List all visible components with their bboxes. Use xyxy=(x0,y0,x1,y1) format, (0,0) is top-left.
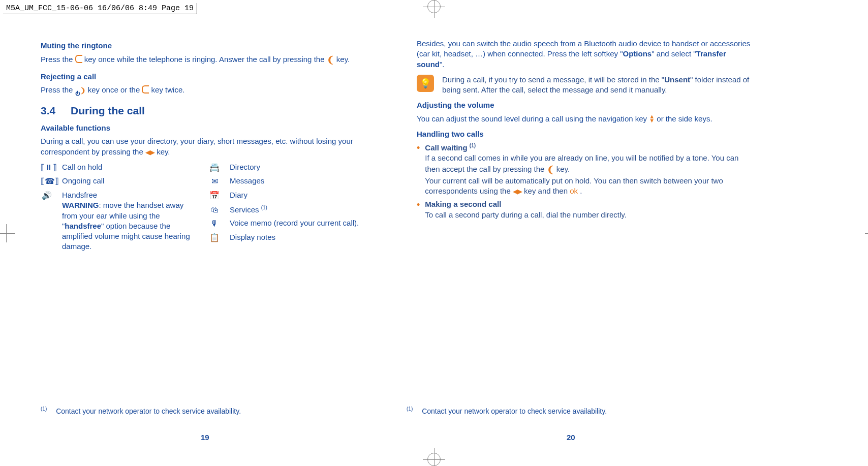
services-icon: 🛍 xyxy=(208,204,221,215)
list-item: 🔊 Handsfree WARNING: move the handset aw… xyxy=(41,190,193,252)
text: key. xyxy=(336,55,350,64)
list-item: ⟦⏸⟧ Call on hold xyxy=(41,162,193,173)
functions-grid: ⟦⏸⟧ Call on hold ⟦☎⟧ Ongoing call 🔊 Hand… xyxy=(41,162,376,252)
bullet-content: Making a second call To call a second pa… xyxy=(425,199,627,220)
left-right-key-icon: ◀▶ xyxy=(513,188,522,195)
directory-icon: 📇 xyxy=(208,162,221,173)
text: During a call, you can use your director… xyxy=(41,137,353,156)
text: key. xyxy=(157,147,170,156)
warning-label: WARNING xyxy=(62,201,99,209)
page-19: Muting the ringtone Press the key once w… xyxy=(41,36,376,252)
call-key-icon: ❨ xyxy=(327,54,334,66)
text: Call waiting xyxy=(425,143,470,152)
bullet-icon: • xyxy=(417,143,420,152)
footnote-right: (1) Contact your network operator to che… xyxy=(407,406,607,415)
section-number: 3.4 xyxy=(41,105,55,116)
label: Ongoing call xyxy=(62,176,104,186)
page-20: Besides, you can switch the audio speech… xyxy=(417,36,752,252)
heading-two-calls: Handling two calls xyxy=(417,129,752,139)
footnote-marker: (1) xyxy=(41,406,47,412)
label: Call on hold xyxy=(62,162,102,172)
list-item: ⟦☎⟧ Ongoing call xyxy=(41,176,193,187)
heading-volume: Adjusting the volume xyxy=(417,100,752,110)
footnote-ref: (1) xyxy=(470,143,476,148)
list-item: ✉ Messages xyxy=(208,176,359,187)
heading-muting: Muting the ringtone xyxy=(41,41,376,51)
crop-mark-bottom-icon xyxy=(427,453,441,466)
text: ". xyxy=(440,60,445,69)
footnote-left: (1) Contact your network operator to che… xyxy=(41,406,241,415)
tip-box: 💡 During a call, if you try to send a me… xyxy=(417,75,752,96)
volume-text: You can adjust the sound level during a … xyxy=(417,114,752,124)
text: To call a second party during a call, di… xyxy=(425,210,627,219)
page-number-right: 20 xyxy=(567,433,575,442)
text-bold: Unsent xyxy=(664,75,690,84)
list-item: 📅 Diary xyxy=(208,190,359,201)
text: During a call, if you try to send a mess… xyxy=(442,75,664,84)
text: key once while the telephone is ringing.… xyxy=(84,55,327,64)
text: . xyxy=(580,187,582,195)
print-header: M5A_UM_FCC_15-06-06 16/06/06 8:49 Page 1… xyxy=(3,3,197,14)
section-heading: 3.4 During the call xyxy=(41,104,376,118)
intro-text: Besides, you can switch the audio speech… xyxy=(417,39,752,70)
end-key-icon: ⏻❩ xyxy=(75,86,86,97)
tip-text: During a call, if you try to send a mess… xyxy=(442,75,752,96)
c-key-icon xyxy=(75,55,82,63)
text: Press the xyxy=(41,85,75,94)
subheading: Making a second call xyxy=(425,200,501,208)
text: or the side keys. xyxy=(657,114,712,123)
label: Handsfree WARNING: move the handset away… xyxy=(62,190,193,252)
text: Services xyxy=(230,205,261,214)
ok-key-icon: ok xyxy=(570,187,578,195)
list-item: 📇 Directory xyxy=(208,162,359,173)
text: key once or the xyxy=(88,85,142,94)
heading-rejecting: Rejecting a call xyxy=(41,72,376,82)
section-title: During the call xyxy=(71,105,145,116)
footnote-text: Contact your network operator to check s… xyxy=(56,407,241,415)
available-text: During a call, you can use your director… xyxy=(41,136,376,157)
notes-icon: 📋 xyxy=(208,232,221,243)
bullet-icon: • xyxy=(417,200,420,209)
label: Messages xyxy=(230,176,264,186)
left-right-key-icon: ◀▶ xyxy=(145,148,154,156)
label: Display notes xyxy=(230,232,275,242)
hold-icon: ⟦⏸⟧ xyxy=(41,162,53,173)
messages-icon: ✉ xyxy=(208,176,221,187)
footnote-marker: (1) xyxy=(407,406,413,412)
bullet-item: • Call waiting (1) If a second call come… xyxy=(417,142,752,196)
list-item: 🛍 Services (1) xyxy=(208,204,359,215)
page-spread: Muting the ringtone Press the key once w… xyxy=(0,36,868,252)
text: key twice. xyxy=(151,85,185,94)
footnote-text: Contact your network operator to check s… xyxy=(422,407,607,415)
speaker-icon: 🔊 xyxy=(41,190,53,201)
text: If a second call comes in while you are … xyxy=(425,153,738,173)
text: " and select " xyxy=(652,49,696,58)
heading-available: Available functions xyxy=(41,123,376,133)
crop-mark-top-icon xyxy=(427,0,441,13)
text: key. xyxy=(556,165,570,173)
rejecting-text: Press the ⏻❩ key once or the key twice. xyxy=(41,85,376,97)
page-number-left: 19 xyxy=(201,433,209,442)
diary-icon: 📅 xyxy=(208,190,221,201)
functions-col-1: ⟦⏸⟧ Call on hold ⟦☎⟧ Ongoing call 🔊 Hand… xyxy=(41,162,193,252)
muting-text: Press the key once while the telephone i… xyxy=(41,54,376,66)
text-bold: Options xyxy=(623,49,652,58)
text: Handsfree xyxy=(62,191,97,199)
call-key-icon: ❨ xyxy=(547,164,554,176)
voice-memo-icon: 🎙 xyxy=(208,218,221,229)
footnote-ref: (1) xyxy=(261,205,267,210)
functions-col-2: 📇 Directory ✉ Messages 📅 Diary 🛍 Service… xyxy=(208,162,359,252)
c-key-icon xyxy=(142,85,149,94)
list-item: 📋 Display notes xyxy=(208,232,359,243)
text: Press the xyxy=(41,55,75,64)
text: You can adjust the sound level during a … xyxy=(417,114,649,123)
label: Directory xyxy=(230,162,260,172)
label: Diary xyxy=(230,190,247,200)
up-down-key-icon: ▲▼ xyxy=(649,115,655,122)
bullet-item: • Making a second call To call a second … xyxy=(417,199,752,220)
text-bold: handsfree xyxy=(65,222,101,230)
bullet-content: Call waiting (1) If a second call comes … xyxy=(425,142,752,196)
subheading: Call waiting (1) xyxy=(425,143,476,152)
lightbulb-icon: 💡 xyxy=(417,75,434,92)
label: Services (1) xyxy=(230,204,267,215)
